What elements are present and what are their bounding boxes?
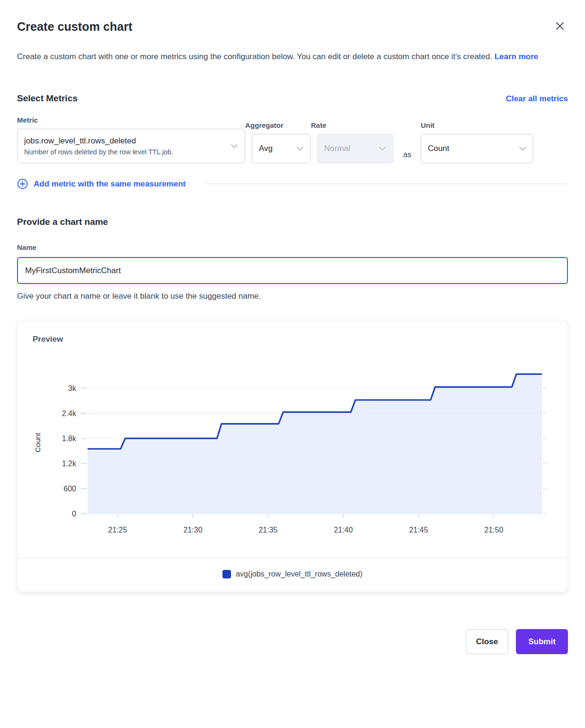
add-metric-link[interactable]: Add metric with the same measurement bbox=[17, 178, 186, 189]
metric-preview-chart: 06001.2k1.8k2.4k3k21:2521:3021:3521:4021… bbox=[18, 355, 567, 547]
create-custom-chart-modal: Create custom chart Create a custom char… bbox=[0, 0, 585, 676]
metric-select-texts: jobs.row_level_ttl.rows_deleted Number o… bbox=[24, 136, 173, 156]
as-label: as bbox=[403, 151, 411, 159]
select-metrics-heading: Select Metrics bbox=[17, 93, 78, 104]
series-area bbox=[88, 374, 542, 514]
y-tick-label: 2.4k bbox=[62, 409, 77, 417]
chart-name-heading: Provide a chart name bbox=[17, 217, 568, 227]
add-metric-label: Add metric with the same measurement bbox=[34, 179, 186, 189]
close-button[interactable]: Close bbox=[466, 629, 508, 654]
x-tick-label: 21:45 bbox=[409, 526, 428, 534]
unit-select-value: Count bbox=[428, 144, 449, 153]
chart-y-axis-label: Count bbox=[34, 433, 42, 453]
y-tick-label: 3k bbox=[68, 384, 77, 392]
metric-field: Metric jobs.row_level_ttl.rows_deleted N… bbox=[17, 116, 245, 163]
rate-select-disabled: Normal bbox=[317, 134, 393, 163]
x-tick-label: 21:35 bbox=[258, 526, 277, 534]
close-icon[interactable] bbox=[552, 20, 568, 32]
aggregator-field: Aggregator Avg bbox=[245, 121, 311, 163]
learn-more-link[interactable]: Learn more bbox=[495, 52, 539, 61]
chart-name-input[interactable] bbox=[17, 257, 568, 284]
metric-select[interactable]: jobs.row_level_ttl.rows_deleted Number o… bbox=[17, 129, 245, 163]
chevron-down-icon bbox=[230, 144, 238, 149]
chevron-down-icon bbox=[379, 146, 386, 151]
clear-all-metrics-link[interactable]: Clear all metrics bbox=[506, 94, 568, 104]
metric-label: Metric bbox=[17, 116, 245, 124]
modal-actions: Close Submit bbox=[17, 629, 568, 654]
rate-label: Rate bbox=[311, 121, 393, 129]
unit-select[interactable]: Count bbox=[421, 134, 533, 163]
y-tick-label: 0 bbox=[72, 510, 76, 518]
y-tick-label: 600 bbox=[63, 485, 76, 493]
chart-legend: avg(jobs_row_level_ttl_rows_deleted) bbox=[18, 558, 567, 592]
chevron-down-icon bbox=[296, 146, 304, 151]
unit-field: Unit Count bbox=[421, 121, 533, 163]
metric-select-value: jobs.row_level_ttl.rows_deleted bbox=[24, 136, 173, 146]
x-tick-label: 21:30 bbox=[183, 526, 202, 534]
x-tick-label: 21:40 bbox=[334, 526, 353, 534]
name-label: Name bbox=[17, 243, 568, 251]
x-icon bbox=[555, 21, 565, 31]
unit-label: Unit bbox=[421, 121, 533, 129]
modal-description: Create a custom chart with one or more m… bbox=[17, 48, 568, 66]
aggregator-select[interactable]: Avg bbox=[252, 134, 311, 163]
aggregator-select-value: Avg bbox=[259, 144, 273, 153]
aggregator-label: Aggregator bbox=[245, 121, 311, 129]
rate-select-value: Normal bbox=[324, 144, 350, 153]
metric-select-description: Number of rows deleted by the row level … bbox=[24, 148, 173, 156]
legend-swatch bbox=[222, 570, 231, 578]
y-tick-label: 1.2k bbox=[62, 460, 77, 468]
preview-card: Preview 06001.2k1.8k2.4k3k21:2521:3021:3… bbox=[17, 320, 568, 592]
rate-field: Rate Normal bbox=[311, 121, 393, 163]
legend-label: avg(jobs_row_level_ttl_rows_deleted) bbox=[236, 570, 363, 578]
description-text: Create a custom chart with one or more m… bbox=[17, 52, 492, 61]
select-metrics-header: Select Metrics Clear all metrics bbox=[17, 93, 568, 104]
modal-header: Create custom chart bbox=[17, 20, 568, 34]
chart-name-field: Name Give your chart a name or leave it … bbox=[17, 227, 568, 301]
submit-button[interactable]: Submit bbox=[516, 629, 568, 654]
divider bbox=[204, 184, 568, 184]
page-title: Create custom chart bbox=[17, 20, 133, 34]
name-helper-text: Give your chart a name or leave it blank… bbox=[17, 292, 568, 301]
preview-title: Preview bbox=[18, 335, 567, 344]
chevron-down-icon bbox=[519, 146, 526, 151]
metric-config-row: Metric jobs.row_level_ttl.rows_deleted N… bbox=[17, 116, 568, 163]
y-tick-label: 1.8k bbox=[62, 435, 77, 443]
x-tick-label: 21:50 bbox=[484, 526, 503, 534]
x-tick-label: 21:25 bbox=[108, 526, 127, 534]
legend-item: avg(jobs_row_level_ttl_rows_deleted) bbox=[222, 570, 363, 578]
add-metric-row: Add metric with the same measurement bbox=[17, 178, 568, 189]
plus-circle-icon bbox=[17, 178, 28, 189]
